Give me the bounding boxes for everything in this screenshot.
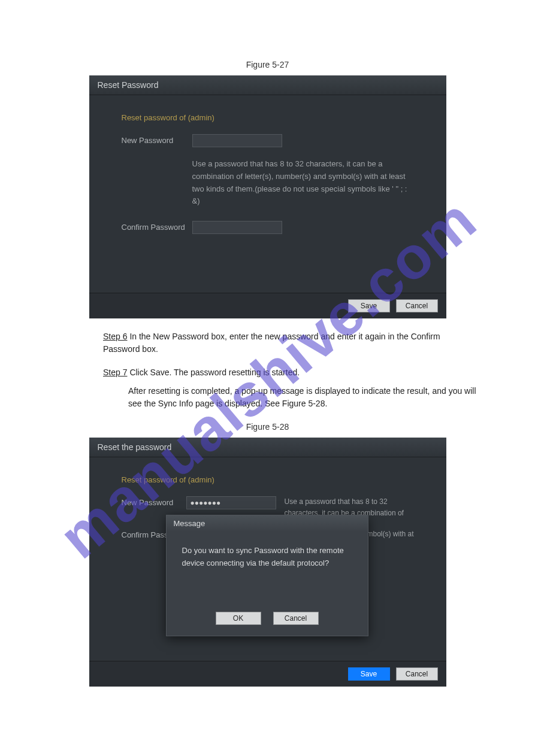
cancel-button[interactable]: Cancel [396, 299, 438, 312]
confirm-password-label: Confirm Password [122, 221, 192, 232]
password-helper-text: Use a password that has 8 to 32 characte… [192, 158, 414, 208]
step7-text-b: After resetting is completed, a pop-up m… [128, 385, 488, 410]
step6-label: Step 6 [103, 332, 127, 341]
new-password-label: New Password [122, 134, 192, 145]
ok-button[interactable]: OK [216, 612, 261, 625]
figure2-caption: Figure 5-28 [0, 422, 535, 432]
dialog1-title: Reset Password [89, 75, 446, 95]
new-password-label-2: New Password [122, 496, 186, 507]
confirm-password-input[interactable] [192, 221, 282, 234]
figure1-caption: Figure 5-27 [0, 60, 535, 69]
new-password-input[interactable] [192, 134, 282, 147]
save-button[interactable]: Save [348, 299, 390, 312]
dialog1-subtitle: Reset password of (admin) [122, 113, 414, 122]
popup-body: Do you want to sync Password with the re… [167, 532, 368, 606]
dialog2-subtitle: Reset password of (admin) [122, 475, 414, 484]
step7-label: Step 7 [103, 368, 127, 377]
new-password-input-2[interactable] [186, 496, 276, 509]
sync-message-popup: Message Do you want to sync Password wit… [166, 515, 368, 636]
save-button-2[interactable]: Save [348, 667, 390, 681]
popup-title: Message [167, 515, 368, 532]
dialog2-title: Reset the password [89, 438, 446, 457]
step7-text-a: Step 7 Click Save. The password resettin… [103, 366, 463, 379]
popup-cancel-button[interactable]: Cancel [273, 612, 319, 625]
reset-password-dialog-1: Reset Password Reset password of (admin)… [89, 75, 446, 318]
cancel-button-2[interactable]: Cancel [396, 667, 438, 681]
reset-password-dialog-2: Reset the password Reset password of (ad… [89, 438, 446, 687]
step6-text: Step 6 In the New Password box, enter th… [103, 330, 463, 356]
